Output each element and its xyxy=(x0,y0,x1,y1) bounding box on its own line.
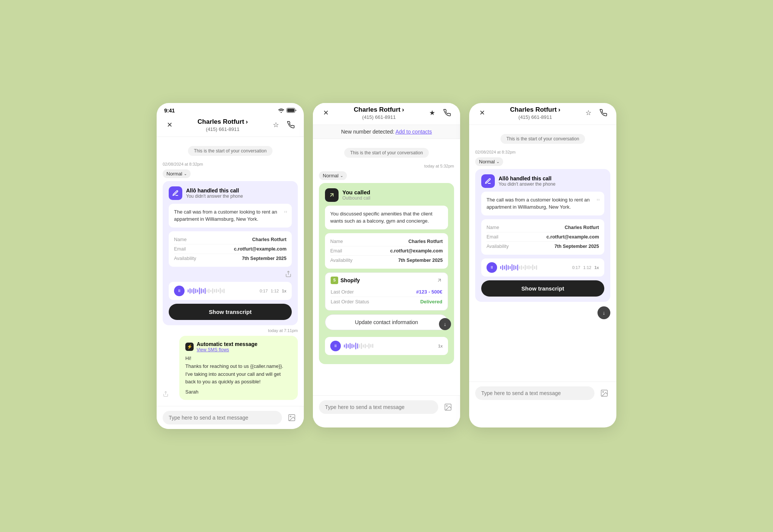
waveform-bar xyxy=(353,344,354,347)
waveform-bar xyxy=(517,264,518,271)
today-label-2: today at 5:32pm xyxy=(319,164,454,168)
badge-chevron-3: ⌄ xyxy=(496,160,499,164)
share-svg-1 xyxy=(285,271,292,277)
waveform-bar-inactive xyxy=(365,344,366,348)
header-center-1: Charles Rotfurt › (415) 661-8911 xyxy=(176,118,270,132)
update-contact-btn-2[interactable]: Update contact information xyxy=(325,314,448,330)
scroll-down-btn-3[interactable]: ↓ xyxy=(597,306,610,319)
allo-card-text-3: Allô handled this call You didn't answer… xyxy=(499,175,556,187)
waveform-bar xyxy=(510,266,511,269)
waveform-bar-inactive xyxy=(528,265,530,269)
svg-point-12 xyxy=(602,391,604,392)
share-icon-1[interactable] xyxy=(285,271,292,279)
waveform-bar xyxy=(346,343,347,349)
waveform-bar xyxy=(201,288,202,294)
contact-phone-1: (415) 661-8911 xyxy=(176,126,270,132)
image-btn-1[interactable] xyxy=(286,412,298,424)
contact-phone-2: (415) 661-8911 xyxy=(332,114,426,120)
contact-info-1: Name Charles Rotfurt Email c.rotfurt@exa… xyxy=(169,231,292,267)
pause-btn-2[interactable]: ⏸ xyxy=(330,341,341,351)
allo-icon-1 xyxy=(169,186,182,200)
badge-chevron-1: ⌄ xyxy=(184,172,187,176)
call-button-3[interactable] xyxy=(597,107,610,119)
header-3: ✕ Charles Rotfurt › (415) 661-8911 ☆ xyxy=(469,103,616,125)
waveform-bar-inactive xyxy=(366,345,368,347)
auto-msg-row-1: ⚡ Automatic text message View SMS flows … xyxy=(163,336,298,400)
text-input-2[interactable] xyxy=(319,400,438,414)
allo-card-header-3: Allô handled this call You didn't answer… xyxy=(481,174,604,188)
transcript-btn-1[interactable]: Show transcript xyxy=(169,304,292,320)
pause-btn-3[interactable]: ⏸ xyxy=(487,262,497,273)
conversation-start-1: This is the start of your conversation xyxy=(163,146,298,156)
normal-badge-1[interactable]: Normal ⌄ xyxy=(163,169,191,178)
call-button-1[interactable] xyxy=(285,119,297,131)
conversation-start-pill-1: This is the start of your conversation xyxy=(188,146,273,156)
text-input-3[interactable] xyxy=(475,386,594,400)
screen-2: ✕ Charles Rotfurt › (415) 661-8911 ★ New… xyxy=(313,103,460,427)
waveform-bar-inactive xyxy=(536,265,537,270)
contact-name-2: Charles Rotfurt › xyxy=(332,106,426,114)
waveform-bar-inactive xyxy=(222,289,223,292)
transcript-btn-3[interactable]: Show transcript xyxy=(481,280,604,297)
date-label-1: 02/08/2024 at 8:32pm xyxy=(163,162,298,166)
chat-area-1: This is the start of your conversation 0… xyxy=(157,137,304,406)
svg-point-10 xyxy=(446,405,447,406)
speed-3: 1x xyxy=(594,265,599,270)
speed-1: 1x xyxy=(282,289,286,293)
waveform-bar-inactive xyxy=(521,265,522,270)
battery-icon xyxy=(286,108,296,113)
waveform-bar-inactive xyxy=(532,264,533,270)
waveform-bar-inactive xyxy=(208,289,209,293)
close-button-1[interactable]: ✕ xyxy=(163,119,176,131)
scroll-down-btn-2[interactable]: ↓ xyxy=(439,318,451,330)
waveform-bar xyxy=(205,288,206,294)
status-bar-1: 9:41 xyxy=(157,103,304,115)
auto-msg-share-1 xyxy=(163,336,169,400)
normal-badge-wrapper-2: Normal ⌄ xyxy=(319,171,454,183)
header-actions-3: ☆ xyxy=(582,107,610,119)
image-btn-3[interactable] xyxy=(598,387,610,399)
outbound-icon-2 xyxy=(325,188,339,202)
waveform-bar-inactive xyxy=(370,344,371,347)
waveform-bar xyxy=(350,343,351,349)
pause-btn-1[interactable]: ⏸ xyxy=(174,286,185,296)
waveform-bar-inactive xyxy=(525,265,526,270)
badge-chevron-2: ⌄ xyxy=(340,174,343,178)
waveform-bar xyxy=(508,265,509,270)
wifi-icon xyxy=(278,108,284,113)
arrow-upright-icon-2 xyxy=(328,192,335,198)
star-button-1[interactable]: ☆ xyxy=(270,119,282,131)
contact-row-name-1: Name Charles Rotfurt xyxy=(174,235,286,244)
shopify-row-order-2: Last Order #123 - 500€ xyxy=(331,287,442,297)
screen-1: 9:41 ✕ Charles Rotfurt › xyxy=(157,103,304,429)
image-btn-2[interactable] xyxy=(442,401,454,413)
call-button-2[interactable] xyxy=(441,107,453,119)
allo-card-header-1: Allô handled this call You didn't answer… xyxy=(169,186,292,200)
allo-card-text-1: Allô handled this call You didn't answer… xyxy=(186,188,243,199)
star-button-2[interactable]: ★ xyxy=(426,107,438,119)
close-button-3[interactable]: ✕ xyxy=(476,107,488,119)
allo-card-1: Allô handled this call You didn't answer… xyxy=(163,181,298,325)
waveform-3 xyxy=(500,264,569,271)
sms-flows-link-1[interactable]: View SMS flows xyxy=(197,347,257,352)
text-input-1[interactable] xyxy=(163,411,282,424)
header-2: ✕ Charles Rotfurt › (415) 661-8911 ★ xyxy=(313,103,460,125)
waveform-bar xyxy=(504,266,505,269)
star-button-3[interactable]: ☆ xyxy=(582,107,594,119)
svg-line-8 xyxy=(438,279,441,282)
image-icon-2 xyxy=(444,403,452,411)
conversation-start-2: This is the start of your conversation xyxy=(319,148,454,158)
waveform-bar xyxy=(348,344,349,348)
name-chevron-1: › xyxy=(246,118,248,126)
add-to-contacts-link-2[interactable]: Add to contacts xyxy=(396,129,432,135)
pencil-icon-3 xyxy=(485,178,491,185)
shopify-card-2: S Shopify Last Order #123 - 500€ Last xyxy=(325,272,448,311)
waveform-bar xyxy=(515,266,516,269)
normal-badge-3[interactable]: Normal ⌄ xyxy=(475,157,503,166)
header-actions-1: ☆ xyxy=(270,119,297,131)
close-button-2[interactable]: ✕ xyxy=(320,107,332,119)
waveform-bar-inactive xyxy=(223,289,225,293)
waveform-bar xyxy=(188,289,189,292)
phone-icon-3 xyxy=(600,109,607,117)
normal-badge-2[interactable]: Normal ⌄ xyxy=(319,171,347,180)
